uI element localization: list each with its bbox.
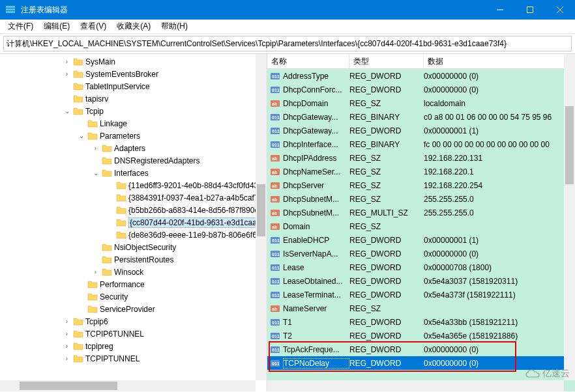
col-header-data[interactable]: 数据	[424, 54, 575, 68]
chevron-right-icon[interactable]: ›	[63, 70, 71, 78]
tree-node[interactable]: ⌄Interfaces	[0, 167, 267, 179]
col-header-name[interactable]: 名称	[267, 54, 349, 68]
value-type: REG_SZ	[349, 304, 424, 313]
chevron-right-icon[interactable]: ›	[91, 268, 100, 276]
value-name: DhcpIPAddress	[283, 154, 349, 163]
registry-value-row[interactable]: LeaseObtained...REG_DWORD0x5e4a3037 (158…	[267, 274, 575, 288]
chevron-right-icon[interactable]: ›	[63, 342, 71, 350]
registry-value-row[interactable]: DhcpSubnetM...REG_SZ255.255.255.0	[267, 192, 575, 206]
close-button[interactable]	[545, 0, 575, 20]
registry-value-row[interactable]: LeaseTerminat...REG_DWORD0x5e4a373f (158…	[267, 288, 575, 301]
tree-node[interactable]: TabletInputService	[0, 80, 267, 92]
tree-node-label: SysMain	[85, 57, 115, 66]
tree-node[interactable]: ⌄Tcpip	[0, 105, 267, 117]
tree-node[interactable]: Linkage	[0, 117, 267, 130]
tree-node[interactable]: DNSRegisteredAdapters	[0, 154, 267, 167]
tree-node[interactable]: {b5bb266b-a683-414e-8d56-f87f890e	[0, 204, 267, 216]
tree-node[interactable]: ›SystemEventsBroker	[0, 68, 267, 80]
folder-icon	[73, 57, 83, 67]
tree-node-label: Winsock	[114, 268, 143, 277]
registry-value-row[interactable]: DhcpInterface...REG_BINARYfc 00 00 00 00…	[267, 137, 575, 151]
tree-node[interactable]: PersistentRoutes	[0, 253, 267, 266]
chevron-right-icon[interactable]: ›	[63, 354, 71, 363]
registry-value-row[interactable]: IsServerNapA...REG_DWORD0x00000000 (0)	[267, 247, 575, 260]
tree-node[interactable]: ServiceProvider	[0, 303, 267, 315]
registry-value-row[interactable]: T1REG_DWORD0x5e4a33bb (1581921211)	[267, 315, 575, 329]
tree-node[interactable]: NsiObjectSecurity	[0, 241, 267, 253]
menu-file[interactable]: 文件(F)	[3, 20, 38, 33]
chevron-down-icon[interactable]: ⌄	[91, 169, 100, 177]
registry-value-row[interactable]: AddressTypeREG_DWORD0x00000000 (0)	[267, 69, 575, 83]
tree-node[interactable]: Security	[0, 290, 267, 303]
registry-value-row[interactable]: DhcpDomainREG_SZlocaldomain	[267, 96, 575, 110]
chevron-down-icon[interactable]: ⌄	[63, 107, 71, 115]
tree-node-label: PersistentRoutes	[114, 255, 173, 264]
maximize-button[interactable]	[515, 0, 545, 20]
tree-node-label: Tcpip	[85, 107, 104, 116]
value-data: localdomain	[424, 99, 575, 108]
tree-node[interactable]: {11ed6ff3-9201-4e0b-88d4-43cf0fd43	[0, 179, 267, 191]
chevron-right-icon[interactable]: ›	[63, 57, 71, 66]
registry-value-row[interactable]: LeaseREG_DWORD0x00000708 (1800)	[267, 260, 575, 274]
value-data: 255.255.255.0	[424, 208, 575, 217]
tree-node-label: Performance	[100, 280, 145, 289]
registry-value-row[interactable]: DhcpServerREG_SZ192.168.220.254	[267, 178, 575, 192]
tree-node[interactable]: tapisrv	[0, 92, 267, 105]
value-data: 0x00000000 (0)	[424, 72, 575, 81]
value-name: DhcpGateway...	[283, 113, 349, 122]
value-data: 192.168.220.131	[424, 154, 575, 163]
reg-binary-icon	[270, 276, 280, 287]
chevron-right-icon[interactable]: ›	[91, 144, 100, 152]
tree-scrollbar-horizontal[interactable]	[0, 380, 256, 391]
registry-value-row[interactable]: DhcpConnForc...REG_DWORD0x00000000 (0)	[267, 83, 575, 96]
chevron-down-icon[interactable]: ⌄	[77, 132, 85, 140]
registry-value-row[interactable]: DhcpGateway...REG_DWORD0x00000001 (1)	[267, 124, 575, 137]
tree-node[interactable]: {cc807d44-020f-41bd-9631-e3d1caae	[0, 216, 267, 229]
menu-favorites[interactable]: 收藏夹(A)	[111, 20, 156, 33]
list-scrollbar-horizontal[interactable]	[267, 380, 564, 391]
registry-value-row[interactable]: EnableDHCPREG_DWORD0x00000001 (1)	[267, 233, 575, 247]
registry-value-row[interactable]: DhcpSubnetM...REG_MULTI_SZ255.255.255.0	[267, 206, 575, 219]
expand-placeholder	[77, 280, 85, 288]
address-bar[interactable]: 计算机\HKEY_LOCAL_MACHINE\SYSTEM\CurrentCon…	[3, 36, 572, 51]
registry-value-row[interactable]: DomainREG_SZ	[267, 219, 575, 233]
tree-node[interactable]: {3884391f-0937-4ea1-b27a-a4b5caf74	[0, 191, 267, 204]
tree-node[interactable]: ›Adapters	[0, 142, 267, 154]
registry-value-row[interactable]: DhcpGateway...REG_BINARYc0 a8 00 01 06 0…	[267, 110, 575, 124]
tree-node-label: {b5bb266b-a683-414e-8d56-f87f890e	[128, 206, 259, 215]
registry-value-row[interactable]: TcpAckFreque...REG_DWORD0x00000000 (0)	[267, 343, 575, 356]
tree-scrollbar-vertical[interactable]	[256, 54, 267, 380]
col-header-type[interactable]: 类型	[349, 54, 424, 68]
tree-node[interactable]: ⌄Parameters	[0, 130, 267, 142]
tree-node[interactable]: ›TCPIP6TUNNEL	[0, 328, 267, 340]
registry-value-row[interactable]: T2REG_DWORD0x5e4a365e (1581921886)	[267, 329, 575, 343]
tree-node[interactable]: Performance	[0, 278, 267, 290]
tree-node[interactable]: ›Tcpip6	[0, 315, 267, 328]
folder-icon	[102, 255, 112, 265]
chevron-right-icon[interactable]: ›	[63, 317, 71, 326]
tree-node[interactable]: ›tcpipreg	[0, 340, 267, 352]
tree-node[interactable]: ›Winsock	[0, 266, 267, 278]
tree-node[interactable]: {de8e36d9-eeee-11e9-b87b-806e6f6	[0, 229, 267, 241]
registry-value-row[interactable]: DhcpNameSer...REG_SZ192.168.220.1	[267, 165, 575, 178]
menu-help[interactable]: 帮助(H)	[156, 20, 193, 33]
menu-edit[interactable]: 编辑(E)	[38, 20, 75, 33]
value-name: DhcpNameSer...	[283, 167, 349, 176]
tree-node-label: {11ed6ff3-9201-4e0b-88d4-43cf0fd43	[128, 181, 258, 190]
list-scrollbar-vertical[interactable]	[564, 54, 575, 380]
minimize-button[interactable]	[485, 0, 515, 20]
chevron-right-icon[interactable]: ›	[63, 329, 71, 338]
tree-node-label: SystemEventsBroker	[85, 70, 158, 79]
tree-node[interactable]: ›TCPIPTUNNEL	[0, 352, 267, 365]
registry-value-row[interactable]: DhcpIPAddressREG_SZ192.168.220.131	[267, 151, 575, 165]
tree-node[interactable]: ›SysMain	[0, 55, 267, 68]
folder-icon	[73, 94, 83, 104]
value-name: T2	[283, 331, 349, 341]
registry-value-row[interactable]: NameServerREG_SZ	[267, 301, 575, 315]
folder-icon	[73, 341, 83, 352]
menu-view[interactable]: 查看(V)	[75, 20, 111, 33]
value-name: LeaseTerminat...	[283, 290, 349, 300]
folder-icon	[87, 119, 98, 129]
value-name: IsServerNapA...	[283, 249, 349, 259]
titlebar[interactable]: 注册表编辑器	[0, 0, 575, 20]
